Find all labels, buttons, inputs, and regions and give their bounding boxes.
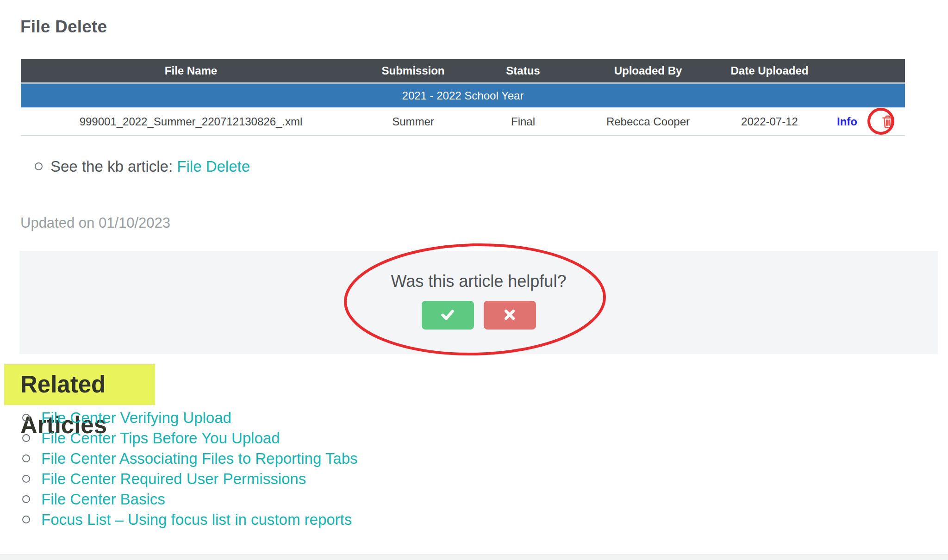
related-link-associating-files[interactable]: File Center Associating Files to Reporti… [41, 450, 358, 467]
col-header-file-name: File Name [21, 59, 361, 83]
list-bullet-icon [22, 414, 30, 422]
col-header-uploaded-by: Uploaded By [581, 59, 715, 83]
list-bullet-icon [22, 454, 30, 462]
list-item: File Center Basics [22, 491, 358, 511]
related-link-required-permissions[interactable]: File Center Required User Permissions [41, 470, 306, 487]
info-link[interactable]: Info [837, 115, 857, 128]
related-link-focus-list[interactable]: Focus List – Using focus list in custom … [41, 511, 352, 528]
kb-article-link[interactable]: File Delete [177, 158, 250, 175]
helpful-no-button[interactable] [484, 301, 536, 330]
cross-icon [502, 307, 517, 324]
list-bullet-icon [22, 475, 30, 483]
school-year-group-row: 2021 - 2022 School Year [21, 83, 905, 108]
list-bullet-icon [22, 516, 30, 523]
trash-icon [880, 124, 896, 131]
list-item: File Center Associating Files to Reporti… [22, 450, 358, 470]
kb-note-text: See the kb article: [50, 158, 177, 175]
list-item: Focus List – Using focus list in custom … [22, 511, 358, 531]
cell-uploaded-by: Rebecca Cooper [581, 108, 715, 136]
feedback-buttons [19, 301, 938, 330]
check-icon [439, 306, 456, 324]
cell-file-name: 999001_2022_Summer_220712130826_.xml [21, 108, 361, 136]
cell-date-uploaded: 2022-07-12 [715, 108, 824, 136]
list-bullet-icon [22, 434, 30, 442]
delete-file-button[interactable] [880, 114, 896, 130]
table-row: 999001_2022_Summer_220712130826_.xml Sum… [21, 108, 905, 136]
col-header-actions-spacer [824, 59, 870, 83]
related-link-basics[interactable]: File Center Basics [41, 491, 165, 508]
file-table: File Name Submission Status Uploaded By … [21, 59, 905, 136]
list-item: File Center Required User Permissions [22, 470, 358, 491]
updated-timestamp: Updated on 01/10/2023 [20, 215, 170, 231]
page-title: File Delete [20, 17, 107, 37]
helpful-yes-button[interactable] [422, 301, 474, 330]
col-header-status: Status [465, 59, 581, 83]
footer-strip [0, 554, 948, 560]
cell-status: Final [465, 108, 581, 136]
kb-note: See the kb article: File Delete [35, 158, 250, 175]
table-header-row: File Name Submission Status Uploaded By … [21, 59, 905, 83]
list-item: File Center Tips Before You Upload [22, 429, 358, 450]
list-item: File Center Verifying Upload [22, 409, 358, 429]
related-articles-list: File Center Verifying Upload File Center… [22, 409, 358, 531]
related-articles-highlight: Related Articles [4, 364, 155, 405]
kb-article-page: File Delete File Name Submission Status … [0, 0, 948, 560]
col-header-date-uploaded: Date Uploaded [715, 59, 824, 83]
school-year-label: 2021 - 2022 School Year [21, 83, 905, 108]
related-link-tips-before-upload[interactable]: File Center Tips Before You Upload [41, 429, 280, 447]
feedback-question: Was this article helpful? [19, 251, 938, 291]
list-bullet-icon [22, 495, 30, 503]
list-bullet-icon [35, 162, 43, 170]
cell-submission: Summer [361, 108, 465, 136]
related-link-verifying-upload[interactable]: File Center Verifying Upload [41, 409, 231, 426]
feedback-box: Was this article helpful? [19, 251, 938, 354]
col-header-actions-spacer2 [870, 59, 905, 83]
col-header-submission: Submission [361, 59, 465, 83]
